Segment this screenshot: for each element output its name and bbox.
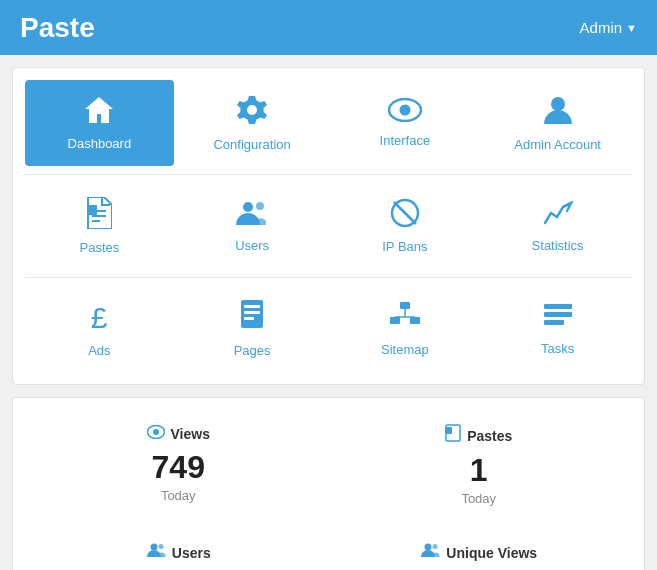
stat-views-value: 749	[152, 448, 205, 486]
stat-pastes-header: Pastes	[445, 424, 512, 447]
svg-rect-17	[390, 317, 400, 324]
gear-icon	[236, 94, 268, 131]
nav-item-admin-account[interactable]: Admin Account	[483, 80, 632, 166]
svg-point-1	[399, 105, 410, 116]
header: Paste Admin ▼	[0, 0, 657, 55]
stat-pastes: Pastes 1 Today	[334, 416, 625, 514]
stat-users: Users 0 Today	[33, 534, 324, 570]
stat-users-title: Users	[172, 545, 211, 561]
admin-menu[interactable]: Admin ▼	[580, 19, 637, 36]
svg-rect-22	[544, 304, 572, 309]
home-icon	[83, 95, 115, 130]
nav-item-statistics[interactable]: Statistics	[483, 183, 632, 269]
stat-unique-views-title: Unique Views	[446, 545, 537, 561]
svg-point-30	[158, 544, 163, 549]
nav-divider-2	[25, 277, 632, 278]
svg-point-29	[150, 544, 157, 551]
nav-grid: Dashboard Configuration Interface	[25, 80, 632, 372]
stat-users-header: Users	[146, 542, 211, 563]
nav-item-sitemap[interactable]: Sitemap	[331, 286, 480, 372]
nav-label-ip-bans: IP Bans	[382, 239, 427, 254]
nav-label-interface: Interface	[380, 133, 431, 148]
nav-card: Dashboard Configuration Interface	[12, 67, 645, 385]
stat-pastes-title: Pastes	[467, 428, 512, 444]
nav-item-ip-bans[interactable]: IP Bans	[331, 183, 480, 269]
stat-views-title: Views	[171, 426, 210, 442]
page-icon	[239, 300, 265, 337]
stat-views-period: Today	[161, 488, 196, 503]
main-container: Dashboard Configuration Interface	[0, 55, 657, 570]
nav-label-configuration: Configuration	[213, 137, 290, 152]
svg-point-26	[153, 429, 159, 435]
user-icon	[543, 94, 573, 131]
nav-label-admin-account: Admin Account	[514, 137, 601, 152]
nav-divider-1	[25, 174, 632, 175]
admin-arrow-icon: ▼	[626, 22, 637, 34]
stats-card: Views 749 Today Pastes 1 Today	[12, 397, 645, 570]
nav-item-tasks[interactable]: Tasks	[483, 286, 632, 372]
svg-rect-6	[87, 205, 97, 215]
pastes-file-icon	[445, 424, 461, 447]
svg-rect-18	[410, 317, 420, 324]
nav-item-dashboard[interactable]: Dashboard	[25, 80, 174, 166]
svg-rect-28	[445, 427, 452, 434]
nav-label-pastes: Pastes	[80, 240, 120, 255]
views-eye-icon	[147, 424, 165, 444]
svg-rect-15	[244, 317, 254, 320]
svg-point-8	[256, 202, 264, 210]
eye-icon	[388, 98, 422, 127]
svg-rect-24	[544, 320, 564, 325]
nav-label-ads: Ads	[88, 343, 110, 358]
stat-views-header: Views	[147, 424, 210, 444]
stat-users-icon	[146, 542, 166, 563]
svg-rect-13	[244, 305, 260, 308]
svg-text:£: £	[91, 301, 108, 332]
nav-item-users[interactable]: Users	[178, 183, 327, 269]
svg-rect-23	[544, 312, 572, 317]
svg-point-31	[425, 544, 432, 551]
svg-point-2	[551, 97, 565, 111]
sitemap-icon	[389, 301, 421, 336]
svg-rect-16	[400, 302, 410, 309]
nav-item-ads[interactable]: £ Ads	[25, 286, 174, 372]
pound-icon: £	[87, 300, 111, 337]
nav-label-sitemap: Sitemap	[381, 342, 429, 357]
nav-label-tasks: Tasks	[541, 341, 574, 356]
stat-unique-views: Unique Views 7 Today	[334, 534, 625, 570]
svg-line-10	[394, 202, 416, 224]
stat-pastes-value: 1	[470, 451, 488, 489]
nav-label-dashboard: Dashboard	[68, 136, 132, 151]
stat-unique-views-header: Unique Views	[420, 542, 537, 563]
users-icon	[234, 199, 270, 232]
svg-point-7	[243, 202, 253, 212]
admin-label: Admin	[580, 19, 623, 36]
ban-icon	[390, 198, 420, 233]
svg-point-32	[433, 544, 438, 549]
nav-item-configuration[interactable]: Configuration	[178, 80, 327, 166]
stat-views: Views 749 Today	[33, 416, 324, 514]
stat-pastes-period: Today	[461, 491, 496, 506]
file-icon	[86, 197, 112, 234]
nav-label-statistics: Statistics	[532, 238, 584, 253]
stats-grid: Views 749 Today Pastes 1 Today	[33, 416, 624, 570]
chart-icon	[543, 199, 573, 232]
nav-item-interface[interactable]: Interface	[331, 80, 480, 166]
unique-views-icon	[420, 542, 440, 563]
nav-item-pages[interactable]: Pages	[178, 286, 327, 372]
nav-item-pastes[interactable]: Pastes	[25, 183, 174, 269]
nav-label-pages: Pages	[234, 343, 271, 358]
nav-label-users: Users	[235, 238, 269, 253]
tasks-icon	[543, 302, 573, 335]
app-title: Paste	[20, 12, 95, 44]
svg-rect-14	[244, 311, 260, 314]
